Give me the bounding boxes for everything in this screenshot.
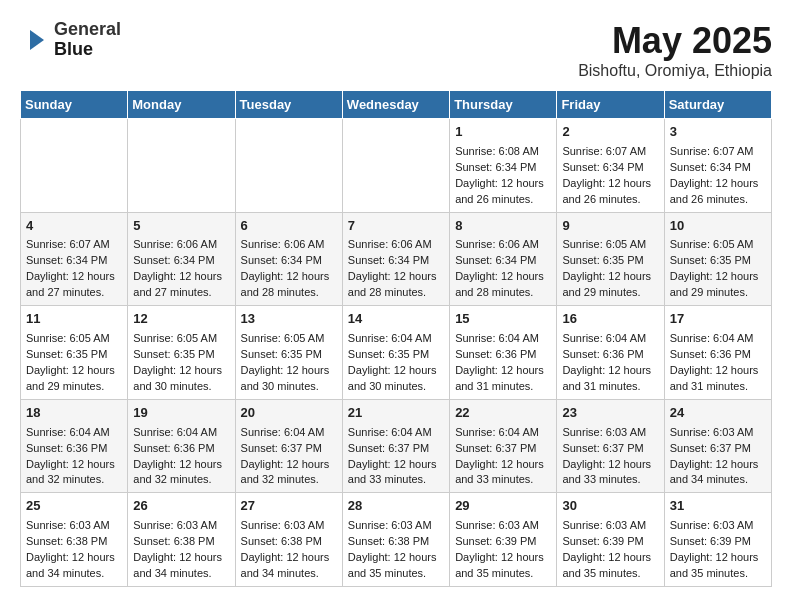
calendar-cell: 22Sunrise: 6:04 AMSunset: 6:37 PMDayligh… [450,399,557,493]
logo-line2: Blue [54,40,121,60]
day-number: 31 [670,497,766,516]
title-block: May 2025 Bishoftu, Oromiya, Ethiopia [578,20,772,80]
calendar-cell: 19Sunrise: 6:04 AMSunset: 6:36 PMDayligh… [128,399,235,493]
calendar-cell [21,119,128,213]
day-number: 11 [26,310,122,329]
days-of-week-row: SundayMondayTuesdayWednesdayThursdayFrid… [21,91,772,119]
dow-header-thursday: Thursday [450,91,557,119]
day-number: 5 [133,217,229,236]
calendar-cell: 14Sunrise: 6:04 AMSunset: 6:35 PMDayligh… [342,306,449,400]
day-number: 2 [562,123,658,142]
calendar-cell: 24Sunrise: 6:03 AMSunset: 6:37 PMDayligh… [664,399,771,493]
calendar-cell [342,119,449,213]
logo-icon [20,26,48,54]
day-number: 24 [670,404,766,423]
day-number: 16 [562,310,658,329]
calendar-cell: 4Sunrise: 6:07 AMSunset: 6:34 PMDaylight… [21,212,128,306]
day-number: 21 [348,404,444,423]
day-number: 20 [241,404,337,423]
calendar-cell: 26Sunrise: 6:03 AMSunset: 6:38 PMDayligh… [128,493,235,587]
calendar-cell: 1Sunrise: 6:08 AMSunset: 6:34 PMDaylight… [450,119,557,213]
day-number: 27 [241,497,337,516]
day-number: 14 [348,310,444,329]
dow-header-sunday: Sunday [21,91,128,119]
day-number: 26 [133,497,229,516]
day-number: 13 [241,310,337,329]
calendar-cell: 25Sunrise: 6:03 AMSunset: 6:38 PMDayligh… [21,493,128,587]
calendar-cell: 11Sunrise: 6:05 AMSunset: 6:35 PMDayligh… [21,306,128,400]
calendar-cell: 9Sunrise: 6:05 AMSunset: 6:35 PMDaylight… [557,212,664,306]
dow-header-wednesday: Wednesday [342,91,449,119]
dow-header-monday: Monday [128,91,235,119]
day-number: 18 [26,404,122,423]
svg-marker-0 [30,30,44,50]
calendar-cell: 3Sunrise: 6:07 AMSunset: 6:34 PMDaylight… [664,119,771,213]
calendar-cell: 23Sunrise: 6:03 AMSunset: 6:37 PMDayligh… [557,399,664,493]
calendar-body: 1Sunrise: 6:08 AMSunset: 6:34 PMDaylight… [21,119,772,587]
calendar-week-2: 4Sunrise: 6:07 AMSunset: 6:34 PMDaylight… [21,212,772,306]
calendar-week-4: 18Sunrise: 6:04 AMSunset: 6:36 PMDayligh… [21,399,772,493]
dow-header-tuesday: Tuesday [235,91,342,119]
calendar-cell: 21Sunrise: 6:04 AMSunset: 6:37 PMDayligh… [342,399,449,493]
calendar-cell: 17Sunrise: 6:04 AMSunset: 6:36 PMDayligh… [664,306,771,400]
calendar-cell: 18Sunrise: 6:04 AMSunset: 6:36 PMDayligh… [21,399,128,493]
calendar-table: SundayMondayTuesdayWednesdayThursdayFrid… [20,90,772,587]
calendar-cell: 13Sunrise: 6:05 AMSunset: 6:35 PMDayligh… [235,306,342,400]
calendar-cell: 20Sunrise: 6:04 AMSunset: 6:37 PMDayligh… [235,399,342,493]
day-number: 7 [348,217,444,236]
calendar-cell: 16Sunrise: 6:04 AMSunset: 6:36 PMDayligh… [557,306,664,400]
day-number: 9 [562,217,658,236]
calendar-week-1: 1Sunrise: 6:08 AMSunset: 6:34 PMDaylight… [21,119,772,213]
day-number: 6 [241,217,337,236]
calendar-cell: 8Sunrise: 6:06 AMSunset: 6:34 PMDaylight… [450,212,557,306]
calendar-cell: 28Sunrise: 6:03 AMSunset: 6:38 PMDayligh… [342,493,449,587]
calendar-week-5: 25Sunrise: 6:03 AMSunset: 6:38 PMDayligh… [21,493,772,587]
calendar-cell: 29Sunrise: 6:03 AMSunset: 6:39 PMDayligh… [450,493,557,587]
dow-header-friday: Friday [557,91,664,119]
calendar-cell [128,119,235,213]
logo: General Blue [20,20,121,60]
calendar-cell [235,119,342,213]
calendar-week-3: 11Sunrise: 6:05 AMSunset: 6:35 PMDayligh… [21,306,772,400]
day-number: 8 [455,217,551,236]
logo-line1: General [54,20,121,40]
day-number: 28 [348,497,444,516]
day-number: 17 [670,310,766,329]
calendar-cell: 7Sunrise: 6:06 AMSunset: 6:34 PMDaylight… [342,212,449,306]
calendar-cell: 6Sunrise: 6:06 AMSunset: 6:34 PMDaylight… [235,212,342,306]
day-number: 19 [133,404,229,423]
day-number: 3 [670,123,766,142]
calendar-cell: 15Sunrise: 6:04 AMSunset: 6:36 PMDayligh… [450,306,557,400]
day-number: 4 [26,217,122,236]
calendar-cell: 27Sunrise: 6:03 AMSunset: 6:38 PMDayligh… [235,493,342,587]
calendar-cell: 10Sunrise: 6:05 AMSunset: 6:35 PMDayligh… [664,212,771,306]
day-number: 10 [670,217,766,236]
day-number: 15 [455,310,551,329]
page-header: General Blue May 2025 Bishoftu, Oromiya,… [20,20,772,80]
calendar-cell: 2Sunrise: 6:07 AMSunset: 6:34 PMDaylight… [557,119,664,213]
calendar-cell: 5Sunrise: 6:06 AMSunset: 6:34 PMDaylight… [128,212,235,306]
dow-header-saturday: Saturday [664,91,771,119]
month-title: May 2025 [578,20,772,62]
day-number: 30 [562,497,658,516]
calendar-cell: 30Sunrise: 6:03 AMSunset: 6:39 PMDayligh… [557,493,664,587]
day-number: 22 [455,404,551,423]
day-number: 12 [133,310,229,329]
calendar-cell: 31Sunrise: 6:03 AMSunset: 6:39 PMDayligh… [664,493,771,587]
calendar-cell: 12Sunrise: 6:05 AMSunset: 6:35 PMDayligh… [128,306,235,400]
location: Bishoftu, Oromiya, Ethiopia [578,62,772,80]
day-number: 1 [455,123,551,142]
day-number: 29 [455,497,551,516]
day-number: 25 [26,497,122,516]
day-number: 23 [562,404,658,423]
logo-text: General Blue [54,20,121,60]
